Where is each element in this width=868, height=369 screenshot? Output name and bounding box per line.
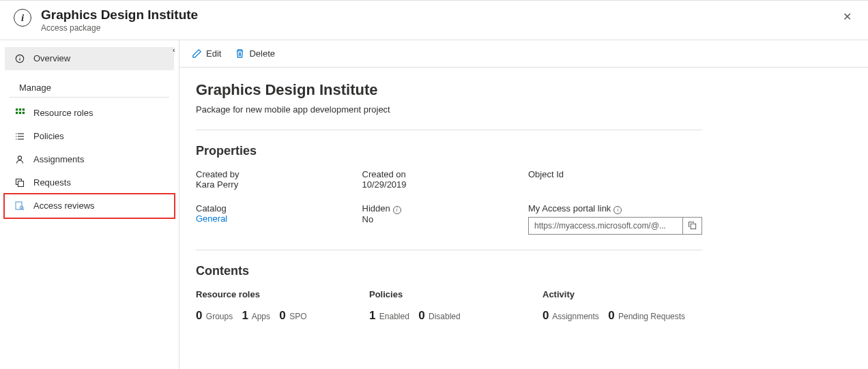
sidebar-label: Overview bbox=[33, 53, 70, 63]
svg-rect-21 bbox=[691, 224, 695, 228]
sidebar-label: Resource roles bbox=[33, 108, 93, 118]
delete-button[interactable]: Delete bbox=[235, 48, 275, 59]
page-title: Graphics Design Institute bbox=[196, 81, 702, 99]
sidebar: ‹‹ Overview Manage Resource roles Polici… bbox=[0, 40, 179, 369]
svg-rect-17 bbox=[18, 181, 24, 186]
copy-button[interactable] bbox=[682, 218, 701, 234]
blade-subtitle: Access package bbox=[41, 23, 837, 33]
sidebar-item-assignments[interactable]: Assignments bbox=[5, 148, 174, 171]
sidebar-item-overview[interactable]: Overview bbox=[5, 47, 174, 70]
resource-roles-heading: Resource roles bbox=[196, 289, 356, 299]
catalog-label: Catalog bbox=[196, 203, 349, 213]
activity-metrics: 0 Assignments 0 Pending Requests bbox=[542, 309, 702, 323]
close-button[interactable]: ✕ bbox=[837, 8, 857, 26]
trash-icon bbox=[235, 48, 245, 59]
blade-header: i Graphics Design Institute Access packa… bbox=[0, 0, 868, 40]
contents-heading: Contents bbox=[196, 264, 702, 278]
info-icon[interactable]: i bbox=[393, 206, 401, 214]
header-titles: Graphics Design Institute Access package bbox=[41, 8, 837, 33]
command-bar: Edit Delete bbox=[179, 40, 868, 68]
sidebar-item-policies[interactable]: Policies bbox=[5, 125, 174, 148]
properties-heading: Properties bbox=[196, 144, 702, 158]
edit-button[interactable]: Edit bbox=[192, 48, 221, 59]
edit-label: Edit bbox=[206, 48, 221, 59]
svg-point-2 bbox=[19, 56, 20, 57]
svg-rect-18 bbox=[16, 202, 22, 209]
svg-line-20 bbox=[23, 209, 24, 210]
properties-grid: Created by Kara Perry Created on 10/29/2… bbox=[196, 169, 702, 235]
portal-link-box bbox=[528, 217, 702, 235]
policies-metrics: 1 Enabled 0 Disabled bbox=[369, 309, 529, 323]
info-icon[interactable]: i bbox=[613, 206, 622, 214]
portal-link-label: My Access portal linki bbox=[528, 203, 702, 214]
blade-title: Graphics Design Institute bbox=[41, 8, 837, 23]
sidebar-item-access-reviews[interactable]: Access reviews bbox=[5, 194, 174, 218]
person-icon bbox=[14, 154, 25, 165]
svg-rect-4 bbox=[18, 108, 20, 110]
info-icon: i bbox=[14, 9, 31, 27]
svg-point-15 bbox=[18, 156, 21, 160]
created-on-label: Created on bbox=[362, 169, 515, 179]
svg-rect-6 bbox=[16, 112, 18, 114]
created-by-label: Created by bbox=[196, 169, 349, 179]
sidebar-label: Policies bbox=[33, 131, 64, 141]
list-icon bbox=[14, 131, 25, 142]
svg-rect-3 bbox=[16, 108, 18, 110]
access-reviews-icon bbox=[14, 201, 25, 211]
portal-link-input[interactable] bbox=[529, 221, 682, 231]
svg-rect-8 bbox=[22, 112, 24, 114]
svg-rect-7 bbox=[18, 112, 20, 114]
created-by-value: Kara Perry bbox=[196, 179, 349, 190]
activity-heading: Activity bbox=[542, 289, 702, 299]
sidebar-item-resource-roles[interactable]: Resource roles bbox=[5, 102, 174, 125]
hidden-label: Hiddeni bbox=[362, 203, 515, 214]
page-description: Package for new mobile app development p… bbox=[196, 104, 702, 115]
sidebar-label: Requests bbox=[33, 177, 71, 188]
sidebar-section-manage: Manage bbox=[10, 70, 169, 98]
divider bbox=[196, 130, 702, 130]
sidebar-label: Assignments bbox=[33, 154, 84, 164]
contents-grid: Resource roles 0 Groups 1 Apps 0 SPO Pol… bbox=[196, 289, 702, 323]
main-content: Edit Delete Graphics Design Institute Pa… bbox=[179, 40, 868, 369]
resource-roles-metrics: 0 Groups 1 Apps 0 SPO bbox=[196, 309, 356, 323]
info-circle-icon bbox=[14, 53, 25, 64]
policies-heading: Policies bbox=[369, 289, 529, 299]
svg-rect-5 bbox=[22, 108, 24, 110]
sidebar-item-requests[interactable]: Requests bbox=[5, 171, 174, 194]
pencil-icon bbox=[192, 48, 202, 59]
created-on-value: 10/29/2019 bbox=[362, 179, 515, 190]
requests-icon bbox=[14, 177, 25, 188]
hidden-value: No bbox=[362, 214, 515, 224]
divider bbox=[196, 250, 702, 250]
object-id-label: Object Id bbox=[528, 169, 702, 179]
collapse-sidebar-button[interactable]: ‹‹ bbox=[173, 46, 173, 54]
delete-label: Delete bbox=[249, 48, 275, 59]
copy-icon bbox=[688, 221, 697, 230]
catalog-link[interactable]: General bbox=[196, 213, 349, 224]
grid-icon bbox=[14, 108, 25, 119]
sidebar-label: Access reviews bbox=[33, 201, 95, 211]
